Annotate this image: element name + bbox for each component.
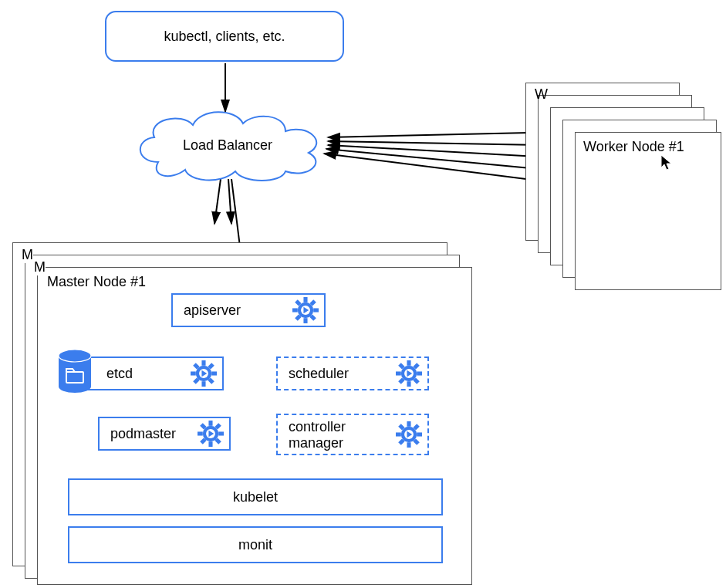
svg-rect-3 <box>292 308 298 312</box>
master-node-title-back-b: M <box>34 259 46 275</box>
worker-node-card-1: Worker Node #1 <box>575 132 721 290</box>
svg-rect-37 <box>208 441 212 447</box>
svg-rect-26 <box>407 360 410 366</box>
scheduler-box: scheduler <box>276 357 429 390</box>
kubelet-box: kubelet <box>68 478 443 515</box>
clients-label: kubectl, clients, etc. <box>164 29 285 45</box>
etcd-label: etcd <box>88 366 133 382</box>
master-node-title-back-a: M <box>22 247 33 263</box>
monit-box: monit <box>68 526 443 563</box>
controller-manager-label-1: controller <box>289 419 346 435</box>
scheduler-label: scheduler <box>289 366 349 382</box>
etcd-box: etcd <box>76 357 224 390</box>
svg-rect-36 <box>208 421 212 426</box>
apiserver-label: apiserver <box>184 302 241 319</box>
database-icon <box>57 349 93 394</box>
svg-rect-1 <box>303 297 307 302</box>
svg-rect-16 <box>201 360 205 366</box>
controller-manager-box: controller manager <box>276 414 429 455</box>
svg-rect-17 <box>201 381 205 387</box>
kubelet-label: kubelet <box>233 489 278 505</box>
arrow-worker-to-lb-1 <box>328 133 528 137</box>
master-node-title: Master Node #1 <box>47 274 146 290</box>
gear-icon <box>190 360 218 387</box>
svg-rect-49 <box>417 432 422 436</box>
worker-node-title: Worker Node #1 <box>583 139 684 155</box>
svg-rect-47 <box>407 442 410 448</box>
load-balancer-cloud: Load Balancer <box>127 108 328 182</box>
podmaster-box: podmaster <box>98 417 231 451</box>
svg-rect-38 <box>198 431 203 435</box>
monit-label: monit <box>238 537 272 553</box>
svg-rect-4 <box>313 308 319 312</box>
arrow-lb-to-master-1 <box>214 179 221 224</box>
svg-rect-29 <box>417 371 422 375</box>
svg-rect-2 <box>303 318 307 323</box>
svg-rect-19 <box>211 371 217 375</box>
svg-rect-27 <box>407 381 410 387</box>
controller-manager-label-2: manager <box>289 435 346 451</box>
svg-rect-39 <box>218 431 224 435</box>
gear-icon <box>197 420 225 448</box>
svg-rect-18 <box>191 371 196 375</box>
load-balancer-label: Load Balancer <box>183 137 272 154</box>
arrow-worker-to-lb-3 <box>328 145 552 157</box>
svg-rect-48 <box>396 432 401 436</box>
gear-icon <box>395 421 423 448</box>
arrow-worker-to-lb-2 <box>328 141 540 145</box>
podmaster-label: podmaster <box>110 426 176 442</box>
gear-icon <box>292 296 319 324</box>
gear-icon <box>395 360 423 387</box>
apiserver-box: apiserver <box>171 293 326 327</box>
svg-rect-28 <box>396 371 401 375</box>
worker-node-title-back: W <box>535 86 548 103</box>
arrow-lb-to-master-2 <box>228 179 231 224</box>
svg-rect-46 <box>407 421 410 427</box>
clients-box: kubectl, clients, etc. <box>105 11 344 62</box>
